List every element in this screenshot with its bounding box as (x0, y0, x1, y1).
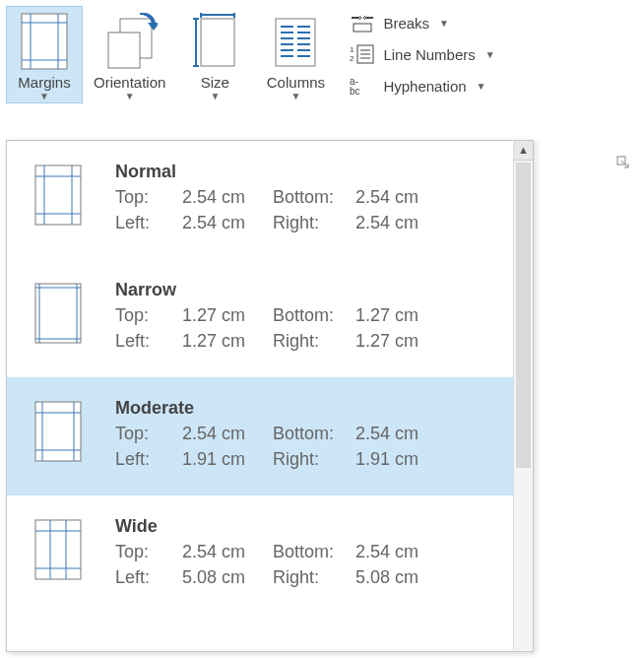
label-bottom: Bottom: (273, 539, 355, 564)
scroll-thumb[interactable] (516, 163, 531, 468)
label-right: Right: (273, 564, 355, 590)
margin-preset-icon (29, 513, 88, 590)
size-label: Size (201, 74, 229, 91)
preset-name: Narrow (115, 277, 501, 302)
margin-preset-narrow[interactable]: Narrow Top: 1.27 cm Bottom: 1.27 cm Left… (7, 259, 513, 377)
value-right: 2.54 cm (355, 210, 434, 235)
margins-button[interactable]: Margins ▼ (6, 6, 83, 103)
hyphenation-label: Hyphenation (383, 78, 466, 95)
label-left: Left: (115, 210, 182, 235)
svg-rect-6 (108, 33, 140, 68)
label-right: Right: (273, 446, 355, 472)
margin-preset-normal[interactable]: Normal Top: 2.54 cm Bottom: 2.54 cm Left… (7, 141, 513, 259)
value-right: 1.91 cm (355, 446, 434, 472)
size-icon (191, 11, 238, 72)
dropdown-indicator-icon: ▼ (210, 93, 220, 100)
value-bottom: 2.54 cm (355, 184, 434, 210)
label-left: Left: (115, 564, 182, 590)
dropdown-indicator-icon: ▼ (39, 93, 49, 100)
svg-rect-40 (35, 165, 81, 225)
svg-rect-29 (354, 24, 371, 32)
value-bottom: 2.54 cm (355, 539, 434, 564)
scroll-up-button[interactable]: ▲ (514, 141, 533, 161)
small-buttons-group: Breaks ▼ 12 Line Numbers ▼ a-bc Hyphenat… (336, 6, 500, 99)
margin-preset-text: Normal Top: 2.54 cm Bottom: 2.54 cm Left… (115, 159, 501, 235)
value-left: 2.54 cm (182, 210, 273, 235)
label-left: Left: (115, 328, 182, 354)
svg-rect-45 (35, 284, 81, 343)
orientation-label: Orientation (94, 74, 165, 91)
preset-name: Moderate (115, 395, 501, 421)
chevron-down-icon: ▼ (439, 18, 449, 29)
svg-rect-0 (22, 14, 67, 69)
label-bottom: Bottom: (273, 302, 355, 328)
label-top: Top: (115, 184, 182, 210)
chevron-down-icon: ▼ (485, 49, 495, 60)
size-button[interactable]: Size ▼ (176, 6, 253, 103)
margins-icon (21, 11, 68, 72)
value-top: 2.54 cm (182, 539, 273, 564)
value-bottom: 1.27 cm (355, 302, 434, 328)
columns-label: Columns (267, 74, 325, 91)
label-right: Right: (273, 210, 355, 235)
value-top: 2.54 cm (182, 184, 273, 210)
columns-icon (272, 11, 319, 72)
line-numbers-label: Line Numbers (383, 46, 475, 63)
dialog-launcher-icon[interactable] (616, 156, 630, 169)
hyphenation-button[interactable]: a-bc Hyphenation ▼ (346, 73, 498, 99)
margin-preset-text: Wide Top: 2.54 cm Bottom: 2.54 cm Left: … (115, 513, 501, 590)
margins-dropdown: Normal Top: 2.54 cm Bottom: 2.54 cm Left… (6, 140, 534, 652)
value-left: 5.08 cm (182, 564, 273, 590)
dropdown-indicator-icon: ▼ (290, 93, 300, 100)
orientation-icon (102, 11, 158, 72)
value-left: 1.91 cm (182, 446, 273, 472)
svg-rect-7 (201, 19, 234, 66)
label-top: Top: (115, 421, 182, 446)
label-left: Left: (115, 446, 182, 472)
value-top: 2.54 cm (182, 421, 273, 446)
value-bottom: 2.54 cm (355, 421, 434, 446)
margin-preset-text: Narrow Top: 1.27 cm Bottom: 1.27 cm Left… (115, 277, 501, 354)
value-left: 1.27 cm (182, 328, 273, 354)
chevron-down-icon: ▼ (477, 81, 486, 92)
margin-preset-icon (29, 395, 88, 472)
line-numbers-icon: 12 (350, 43, 375, 65)
hyphenation-icon: a-bc (350, 75, 375, 97)
label-right: Right: (273, 328, 355, 354)
breaks-label: Breaks (383, 15, 429, 32)
scrollbar[interactable]: ▲ (513, 141, 533, 651)
svg-text:1: 1 (350, 45, 354, 54)
svg-rect-55 (35, 520, 81, 579)
orientation-button[interactable]: Orientation ▼ (87, 6, 172, 103)
margin-preset-text: Moderate Top: 2.54 cm Bottom: 2.54 cm Le… (115, 395, 501, 472)
margin-preset-moderate[interactable]: Moderate Top: 2.54 cm Bottom: 2.54 cm Le… (7, 377, 513, 495)
label-bottom: Bottom: (273, 184, 355, 210)
preset-name: Normal (115, 159, 501, 184)
margin-preset-wide[interactable]: Wide Top: 2.54 cm Bottom: 2.54 cm Left: … (7, 495, 513, 614)
margin-preset-icon (29, 277, 88, 354)
svg-text:2: 2 (350, 54, 354, 63)
value-right: 1.27 cm (355, 328, 434, 354)
value-right: 5.08 cm (355, 564, 434, 590)
preset-name: Wide (115, 513, 501, 539)
margin-preset-icon (29, 159, 88, 235)
columns-button[interactable]: Columns ▼ (257, 6, 334, 103)
breaks-icon (350, 12, 375, 33)
label-top: Top: (115, 539, 182, 564)
dropdown-indicator-icon: ▼ (125, 93, 135, 100)
margins-label: Margins (18, 74, 70, 91)
ribbon: Margins ▼ Orientation ▼ Size (0, 0, 644, 103)
label-bottom: Bottom: (273, 421, 355, 446)
label-top: Top: (115, 302, 182, 328)
value-top: 1.27 cm (182, 302, 273, 328)
svg-text:bc: bc (350, 86, 360, 97)
breaks-button[interactable]: Breaks ▼ (346, 10, 498, 35)
line-numbers-button[interactable]: 12 Line Numbers ▼ (346, 41, 498, 67)
